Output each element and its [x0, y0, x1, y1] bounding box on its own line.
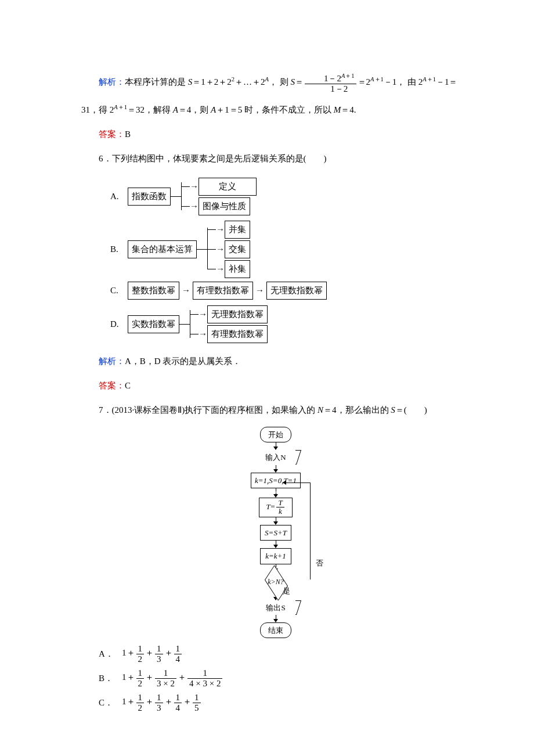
fc-yes-label: 是 [283, 584, 290, 597]
q7-stem: 7．(2013·课标全国卷Ⅱ)执行下面的程序框图，如果输入的 N＝4，那么输出的… [81, 402, 470, 418]
root-box: 实数指数幂 [128, 315, 179, 333]
q5-analysis-line2: 31，得 2A＋1＝32，解得 A＝4，则 A＋1＝5 时，条件不成立，所以 M… [81, 102, 470, 118]
fc-output: 输出S [256, 600, 295, 615]
q6-answer: 答案：C [81, 378, 470, 394]
fc-no-label: 否 [316, 556, 323, 570]
root-box: 集合的基本运算 [128, 240, 197, 258]
q7-option-c: C． 1＋12＋13＋14＋15 [81, 693, 470, 712]
q6-stem: 6．下列结构图中，体现要素之间是先后逻辑关系的是() [81, 151, 470, 167]
q6-option-b: B. 集合的基本运算 →并集 →交集 →补集 [110, 221, 470, 278]
q6-option-c: C. 整数指数幂 → 有理数指数幂 → 无理数指数幂 [110, 282, 470, 300]
q6-option-d: D. 实数指数幂 →无理数指数幂 →有理数指数幂 [110, 303, 470, 345]
q7-option-a: A． 1＋12＋13＋14 [81, 644, 470, 664]
q5-analysis-line1: 解析：本程序计算的是 S＝1＋2＋22＋…＋2A， 则 S＝1－2A＋11－2＝… [81, 73, 470, 93]
root-box: 指数函数 [128, 188, 171, 206]
q6-analysis: 解析：A，B，D 表示的是从属关系． [81, 354, 470, 369]
fc-start: 开始 [260, 427, 291, 442]
q5-answer: 答案：B [81, 127, 470, 142]
q7-option-b: B． 1＋12＋13 × 2＋14 × 3 × 2 [81, 668, 470, 688]
q7-flowchart: 开始 输入N k=1,S=0,T=1 T=Tk S=S+T k=k+1 k>N?… [229, 427, 322, 638]
fraction: 1－2A＋11－2 [305, 73, 356, 93]
page-root: 解析：本程序计算的是 S＝1＋2＋22＋…＋2A， 则 S＝1－2A＋11－2＝… [0, 0, 534, 756]
fc-end: 结束 [260, 622, 291, 638]
fc-input: 输入N [256, 450, 295, 465]
q6-option-a: A. 指数函数 →定义 →图像与性质 [110, 175, 470, 217]
analysis-label: 解析： [99, 77, 125, 87]
